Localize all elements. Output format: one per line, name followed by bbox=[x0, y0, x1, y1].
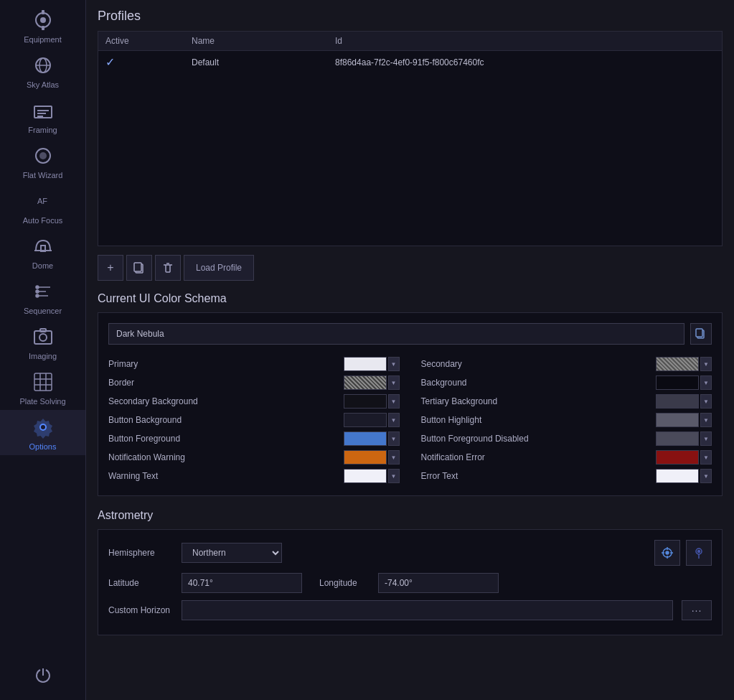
power-button[interactable] bbox=[30, 663, 56, 689]
equipment-icon bbox=[30, 7, 56, 33]
longitude-input[interactable] bbox=[378, 573, 499, 593]
color-dropdown-arrow[interactable]: ▼ bbox=[700, 357, 712, 371]
color-swatch[interactable] bbox=[344, 375, 387, 390]
hemisphere-select[interactable]: Northern Southern bbox=[182, 543, 282, 563]
color-row-secondary: Secondary ▼ bbox=[421, 355, 712, 373]
sidebar-item-dome[interactable]: Dome bbox=[0, 229, 85, 274]
main-content: Profiles Active Name Id ✓ Default 8f86d4… bbox=[86, 0, 734, 700]
coords-row: Latitude Longitude bbox=[108, 573, 712, 593]
imaging-icon bbox=[30, 324, 56, 350]
color-dropdown-arrow[interactable]: ▼ bbox=[700, 394, 712, 409]
active-checkmark: ✓ bbox=[105, 56, 115, 68]
pin-button[interactable] bbox=[686, 540, 712, 566]
table-row[interactable]: ✓ Default 8f86d4aa-7f2c-4ef0-91f5-f800c6… bbox=[98, 51, 722, 74]
latitude-input[interactable] bbox=[182, 573, 302, 593]
color-swatch[interactable] bbox=[656, 394, 699, 409]
custom-horizon-input[interactable] bbox=[182, 600, 673, 620]
color-dropdown-arrow[interactable]: ▼ bbox=[700, 469, 712, 483]
color-swatch[interactable] bbox=[656, 431, 699, 446]
color-swatch[interactable] bbox=[344, 450, 387, 465]
color-schema-title: Current UI Color Schema bbox=[98, 292, 723, 305]
color-swatch[interactable] bbox=[656, 413, 699, 427]
color-dropdown-arrow[interactable]: ▼ bbox=[388, 394, 400, 409]
color-row-button-highlight: Button Highlight ▼ bbox=[421, 411, 712, 429]
color-dropdown-arrow[interactable]: ▼ bbox=[388, 450, 400, 465]
profiles-toolbar: + Load Profile bbox=[98, 255, 723, 281]
color-schema-box: Dark Nebula Light Custom Primary ▼ bbox=[98, 312, 723, 496]
color-swatch[interactable] bbox=[344, 469, 387, 483]
locate-button[interactable] bbox=[654, 540, 680, 566]
sidebar-item-label: Dome bbox=[32, 261, 53, 270]
sidebar-item-sky-atlas[interactable]: Sky Atlas bbox=[0, 48, 85, 93]
profiles-table-wrapper: Active Name Id ✓ Default 8f86d4aa-7f2c-4… bbox=[98, 31, 723, 246]
svg-point-21 bbox=[36, 294, 39, 297]
color-label: Warning Text bbox=[108, 471, 216, 481]
astrometry-box: Hemisphere Northern Southern bbox=[98, 529, 723, 635]
color-row-secondary-bg: Secondary Background ▼ bbox=[108, 392, 400, 411]
svg-rect-25 bbox=[34, 373, 52, 391]
color-label: Background bbox=[421, 378, 529, 388]
color-swatch[interactable] bbox=[344, 431, 387, 446]
horizon-label: Custom Horizon bbox=[108, 605, 173, 615]
load-profile-button[interactable]: Load Profile bbox=[184, 255, 254, 281]
color-label: Error Text bbox=[421, 471, 529, 481]
sidebar-item-flat-wizard[interactable]: Flat Wizard bbox=[0, 139, 85, 184]
astrometry-title: Astrometry bbox=[98, 509, 723, 522]
sky-atlas-icon bbox=[30, 52, 56, 78]
sidebar-item-label: Sequencer bbox=[24, 307, 62, 315]
sidebar-item-sequencer[interactable]: Sequencer bbox=[0, 274, 85, 319]
sidebar-item-equipment[interactable]: Equipment bbox=[0, 3, 85, 48]
color-row-border: Border ▼ bbox=[108, 373, 400, 392]
color-swatch[interactable] bbox=[344, 394, 387, 409]
dome-icon bbox=[30, 233, 56, 259]
color-swatch[interactable] bbox=[344, 357, 387, 371]
sidebar-item-options[interactable]: Options bbox=[0, 410, 85, 455]
svg-rect-36 bbox=[696, 329, 702, 337]
sidebar: Equipment Sky Atlas Framing bbox=[0, 0, 86, 700]
horizon-row: Custom Horizon ··· bbox=[108, 600, 712, 620]
delete-profile-button[interactable] bbox=[155, 255, 181, 281]
color-label: Button Foreground bbox=[108, 434, 216, 444]
sidebar-item-plate-solving[interactable]: Plate Solving bbox=[0, 365, 85, 410]
color-dropdown-arrow[interactable]: ▼ bbox=[388, 375, 400, 390]
svg-rect-22 bbox=[34, 331, 52, 344]
color-row-primary: Primary ▼ bbox=[108, 355, 400, 373]
color-swatch[interactable] bbox=[656, 469, 699, 483]
color-dropdown-arrow[interactable]: ▼ bbox=[700, 375, 712, 390]
color-schema-select[interactable]: Dark Nebula Light Custom bbox=[108, 323, 684, 345]
color-swatch[interactable] bbox=[656, 375, 699, 390]
color-label: Button Highlight bbox=[421, 415, 529, 425]
add-profile-button[interactable]: + bbox=[98, 255, 123, 281]
profiles-title: Profiles bbox=[98, 9, 723, 24]
sidebar-item-imaging[interactable]: Imaging bbox=[0, 319, 85, 365]
svg-rect-2 bbox=[42, 10, 44, 14]
color-dropdown-arrow[interactable]: ▼ bbox=[388, 357, 400, 371]
schema-copy-button[interactable] bbox=[690, 323, 712, 345]
svg-rect-3 bbox=[42, 26, 44, 30]
color-swatch[interactable] bbox=[344, 413, 387, 427]
svg-point-12 bbox=[39, 152, 47, 159]
color-dropdown-arrow[interactable]: ▼ bbox=[700, 450, 712, 465]
profiles-table: Active Name Id ✓ Default 8f86d4aa-7f2c-4… bbox=[98, 32, 722, 246]
col-header-active: Active bbox=[98, 32, 184, 51]
color-label: Notification Error bbox=[421, 452, 529, 462]
sidebar-item-auto-focus[interactable]: AF Auto Focus bbox=[0, 184, 85, 229]
color-swatch[interactable] bbox=[656, 357, 699, 371]
sequencer-icon bbox=[30, 279, 56, 304]
hemisphere-row: Hemisphere Northern Southern bbox=[108, 540, 712, 566]
sidebar-item-framing[interactable]: Framing bbox=[0, 93, 85, 139]
sidebar-item-label: Auto Focus bbox=[23, 216, 63, 225]
horizon-dots-button[interactable]: ··· bbox=[682, 600, 712, 620]
color-dropdown-arrow[interactable]: ▼ bbox=[700, 413, 712, 427]
color-dropdown-arrow[interactable]: ▼ bbox=[700, 431, 712, 446]
color-dropdown-arrow[interactable]: ▼ bbox=[388, 431, 400, 446]
svg-text:AF: AF bbox=[37, 197, 47, 205]
color-dropdown-arrow[interactable]: ▼ bbox=[388, 413, 400, 427]
color-dropdown-arrow[interactable]: ▼ bbox=[388, 469, 400, 483]
copy-profile-button[interactable] bbox=[126, 255, 152, 281]
color-row-tertiary-bg: Tertiary Background ▼ bbox=[421, 392, 712, 411]
plate-solving-icon bbox=[30, 369, 56, 395]
flat-wizard-icon bbox=[30, 143, 56, 169]
color-row-error-text: Error Text ▼ bbox=[421, 467, 712, 485]
color-swatch[interactable] bbox=[656, 450, 699, 465]
